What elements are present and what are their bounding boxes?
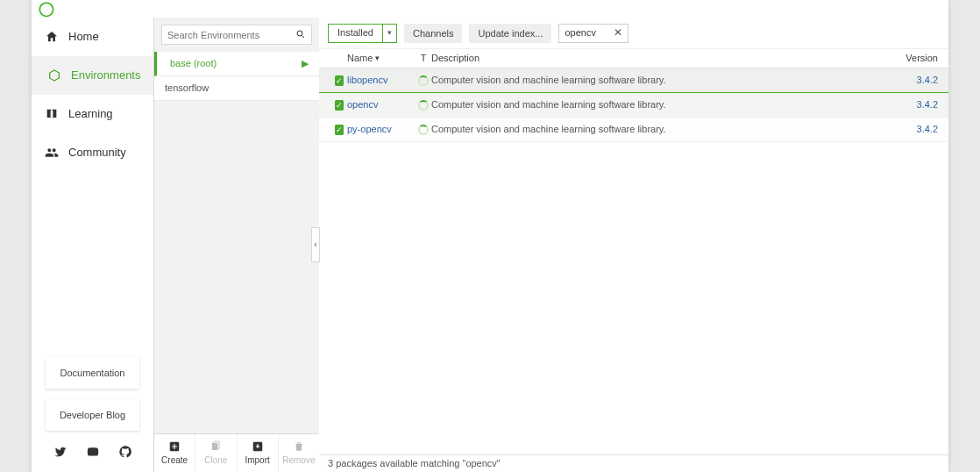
github-icon[interactable] — [118, 445, 132, 463]
env-search-box[interactable] — [161, 25, 312, 45]
package-row[interactable]: ✓ py-opencv Computer vision and machine … — [319, 118, 948, 142]
clear-icon[interactable]: ✕ — [614, 25, 622, 40]
chevron-left-icon: ‹ — [314, 239, 316, 251]
channels-button[interactable]: Channels — [404, 24, 462, 43]
twitter-icon[interactable] — [53, 445, 67, 463]
column-name[interactable]: Name ▾ — [347, 52, 415, 65]
update-index-button[interactable]: Update index... — [469, 24, 551, 43]
social-row — [32, 436, 153, 472]
sidebar-item-label: Learning — [68, 106, 113, 122]
checkbox-checked-icon[interactable]: ✓ — [335, 75, 344, 86]
filter-select[interactable]: Installed ▾ — [328, 24, 397, 43]
checkbox-checked-icon[interactable]: ✓ — [335, 125, 344, 135]
svg-point-0 — [297, 31, 302, 36]
package-name: opencv — [347, 98, 415, 111]
package-version: 3.4.2 — [901, 74, 948, 87]
checkbox-checked-icon[interactable]: ✓ — [335, 100, 344, 111]
sidebar-item-environments[interactable]: Environments — [32, 56, 153, 95]
env-list: base (root) ▶ tensorflow — [154, 52, 319, 433]
filter-value: Installed — [329, 26, 382, 39]
trash-icon — [293, 440, 305, 453]
env-item-base[interactable]: base (root) ▶ — [154, 52, 319, 76]
loading-icon — [418, 100, 429, 111]
env-create-button[interactable]: Create — [154, 434, 195, 472]
play-icon[interactable]: ▶ — [302, 57, 309, 70]
sidebar-item-label: Environments — [71, 68, 140, 83]
env-item-label: tensorflow — [165, 82, 209, 95]
youtube-icon[interactable] — [86, 445, 100, 463]
column-version[interactable]: Version — [901, 52, 948, 65]
loading-icon — [418, 125, 429, 135]
sidebar-item-label: Home — [68, 29, 99, 45]
package-version: 3.4.2 — [901, 123, 948, 136]
package-desc: Computer vision and machine learning sof… — [431, 123, 901, 136]
env-search-area — [154, 18, 319, 52]
package-desc: Computer vision and machine learning sof… — [431, 74, 901, 87]
sidebar: Home Environments Learning — [32, 18, 154, 472]
home-icon — [44, 29, 60, 45]
import-icon — [252, 440, 264, 453]
app-logo: ◯ — [39, 0, 55, 18]
sidebar-card-label: Developer Blog — [60, 409, 125, 422]
env-clone-button[interactable]: Clone — [195, 434, 237, 472]
column-t[interactable]: T — [415, 52, 431, 65]
package-rows: ✓ libopencv Computer vision and machine … — [319, 68, 948, 454]
collapse-handle[interactable]: ‹ — [311, 227, 320, 262]
env-item-label: base (root) — [170, 57, 217, 70]
copy-icon — [209, 440, 222, 453]
env-item-tensorflow[interactable]: tensorflow — [154, 76, 319, 101]
package-name: py-opencv — [347, 123, 415, 136]
status-text: 3 packages available matching "opencv" — [328, 457, 501, 470]
environments-column: base (root) ▶ tensorflow ‹ Crea — [154, 18, 319, 472]
package-desc: Computer vision and machine learning sof… — [431, 98, 901, 111]
sidebar-item-label: Community — [68, 145, 126, 161]
env-action-label: Clone — [204, 454, 227, 467]
env-action-label: Create — [161, 454, 188, 467]
package-row[interactable]: ✓ libopencv Computer vision and machine … — [319, 68, 948, 93]
package-name: libopencv — [347, 74, 415, 87]
sort-icon: ▾ — [375, 53, 380, 64]
env-action-label: Remove — [282, 454, 315, 467]
package-version: 3.4.2 — [901, 98, 948, 111]
package-toolbar: Installed ▾ Channels Update index... ope… — [319, 18, 948, 49]
svg-line-1 — [302, 36, 305, 39]
sidebar-card-label: Documentation — [60, 367, 125, 380]
box-icon — [46, 68, 62, 83]
people-icon — [44, 145, 60, 161]
env-actions: Create Clone Import — [154, 433, 319, 472]
package-search-value: opencv — [565, 26, 595, 39]
sidebar-item-community[interactable]: Community — [32, 133, 153, 172]
package-search-box[interactable]: opencv ✕ — [558, 24, 628, 43]
env-search-input[interactable] — [162, 25, 311, 44]
column-description[interactable]: Description — [431, 52, 901, 65]
package-panel: Installed ▾ Channels Update index... ope… — [319, 18, 948, 472]
env-remove-button[interactable]: Remove — [279, 434, 319, 472]
sidebar-item-learning[interactable]: Learning — [32, 95, 153, 133]
top-bar: ◯ — [32, 0, 948, 18]
sidebar-card-devblog[interactable]: Developer Blog — [46, 399, 139, 431]
book-icon — [44, 106, 60, 122]
env-action-label: Import — [245, 454, 269, 467]
chevron-down-icon: ▾ — [382, 25, 396, 42]
plus-icon — [168, 440, 181, 453]
sidebar-item-home[interactable]: Home — [32, 18, 153, 56]
package-row[interactable]: ✓ opencv Computer vision and machine lea… — [319, 93, 948, 118]
search-icon — [295, 29, 306, 44]
package-table-header: Name ▾ T Description Version — [319, 49, 948, 68]
svg-rect-3 — [212, 442, 217, 449]
loading-icon — [418, 75, 429, 86]
sidebar-card-documentation[interactable]: Documentation — [46, 357, 139, 389]
env-import-button[interactable]: Import — [238, 434, 279, 472]
status-bar: 3 packages available matching "opencv" — [319, 454, 948, 472]
